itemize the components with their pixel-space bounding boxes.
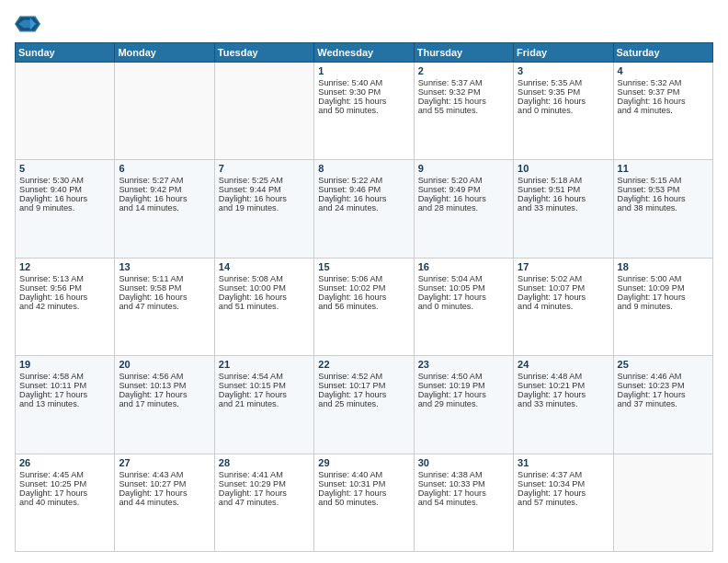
- day-info: Sunrise: 4:37 AM: [518, 470, 609, 479]
- day-info: Sunrise: 4:52 AM: [318, 372, 409, 381]
- calendar-cell: 28Sunrise: 4:41 AMSunset: 10:29 PMDaylig…: [214, 454, 313, 551]
- calendar-cell: 26Sunrise: 4:45 AMSunset: 10:25 PMDaylig…: [16, 454, 115, 551]
- day-info: Daylight: 17 hours: [19, 390, 110, 399]
- day-info: Sunrise: 4:46 AM: [618, 372, 709, 381]
- day-info: and 0 minutes.: [418, 302, 509, 311]
- calendar-table: SundayMondayTuesdayWednesdayThursdayFrid…: [15, 42, 713, 552]
- calendar-header-saturday: Saturday: [613, 43, 712, 63]
- day-info: Daylight: 17 hours: [618, 293, 709, 302]
- day-info: Sunrise: 4:45 AM: [19, 470, 110, 479]
- calendar-cell: [214, 63, 313, 160]
- day-info: and 19 minutes.: [219, 203, 310, 213]
- day-info: and 13 minutes.: [19, 399, 110, 408]
- calendar-cell: 21Sunrise: 4:54 AMSunset: 10:15 PMDaylig…: [214, 356, 313, 454]
- day-number: 22: [318, 359, 409, 370]
- day-info: Sunset: 10:33 PM: [418, 479, 509, 488]
- day-info: Sunrise: 5:27 AM: [119, 176, 210, 185]
- day-info: Daylight: 17 hours: [219, 488, 310, 498]
- day-info: and 28 minutes.: [418, 203, 509, 213]
- calendar-cell: 9Sunrise: 5:20 AMSunset: 9:49 PMDaylight…: [414, 160, 513, 258]
- day-info: Sunrise: 5:08 AM: [219, 274, 310, 283]
- day-info: Sunrise: 4:38 AM: [418, 470, 509, 479]
- day-number: 14: [219, 261, 310, 272]
- day-number: 23: [418, 359, 509, 370]
- day-info: and 0 minutes.: [518, 106, 609, 115]
- day-info: Sunset: 9:58 PM: [119, 283, 210, 293]
- day-number: 9: [418, 163, 509, 174]
- day-info: Daylight: 16 hours: [418, 194, 509, 203]
- day-info: and 37 minutes.: [618, 399, 709, 408]
- day-number: 5: [19, 163, 110, 174]
- day-info: Daylight: 16 hours: [119, 194, 210, 203]
- calendar-cell: 7Sunrise: 5:25 AMSunset: 9:44 PMDaylight…: [214, 160, 313, 258]
- day-info: Sunset: 9:56 PM: [19, 283, 110, 293]
- day-info: Sunrise: 5:40 AM: [318, 78, 409, 87]
- day-info: Sunset: 9:30 PM: [318, 87, 409, 97]
- day-info: and 25 minutes.: [318, 399, 409, 408]
- day-info: Daylight: 17 hours: [418, 488, 509, 498]
- day-info: and 47 minutes.: [219, 498, 310, 507]
- day-info: Sunrise: 5:32 AM: [618, 78, 709, 87]
- day-number: 21: [219, 359, 310, 370]
- logo: [15, 11, 42, 37]
- day-info: Sunset: 10:27 PM: [119, 479, 210, 488]
- day-info: Daylight: 16 hours: [318, 293, 409, 302]
- day-number: 19: [19, 359, 110, 370]
- calendar-cell: 10Sunrise: 5:18 AMSunset: 9:51 PMDayligh…: [514, 160, 613, 258]
- day-number: 30: [418, 457, 509, 468]
- day-info: and 50 minutes.: [318, 106, 409, 115]
- day-info: and 54 minutes.: [418, 498, 509, 507]
- day-info: Sunset: 10:34 PM: [518, 479, 609, 488]
- calendar-cell: 24Sunrise: 4:48 AMSunset: 10:21 PMDaylig…: [514, 356, 613, 454]
- day-info: Sunrise: 5:22 AM: [318, 176, 409, 185]
- day-info: Daylight: 16 hours: [19, 293, 110, 302]
- header: [15, 11, 713, 37]
- day-info: Sunrise: 5:37 AM: [418, 78, 509, 87]
- calendar-cell: 11Sunrise: 5:15 AMSunset: 9:53 PMDayligh…: [613, 160, 712, 258]
- day-number: 6: [119, 163, 210, 174]
- page: SundayMondayTuesdayWednesdayThursdayFrid…: [0, 0, 728, 563]
- calendar-cell: 17Sunrise: 5:02 AMSunset: 10:07 PMDaylig…: [514, 258, 613, 355]
- day-info: Daylight: 17 hours: [518, 293, 609, 302]
- day-info: Sunset: 10:05 PM: [418, 283, 509, 293]
- calendar-week-2: 12Sunrise: 5:13 AMSunset: 9:56 PMDayligh…: [16, 258, 713, 355]
- day-info: Sunset: 9:37 PM: [618, 87, 709, 97]
- day-info: Sunrise: 5:35 AM: [518, 78, 609, 87]
- calendar-header-wednesday: Wednesday: [314, 43, 414, 63]
- day-info: Sunset: 10:13 PM: [119, 381, 210, 390]
- day-info: Daylight: 17 hours: [219, 390, 310, 399]
- day-info: Sunrise: 5:04 AM: [418, 274, 509, 283]
- day-info: Daylight: 15 hours: [318, 97, 409, 106]
- day-info: Sunset: 9:46 PM: [318, 185, 409, 194]
- calendar-cell: 5Sunrise: 5:30 AMSunset: 9:40 PMDaylight…: [16, 160, 115, 258]
- day-info: Sunset: 10:09 PM: [618, 283, 709, 293]
- day-info: Daylight: 15 hours: [418, 97, 509, 106]
- calendar-header-friday: Friday: [514, 43, 613, 63]
- day-info: and 57 minutes.: [518, 498, 609, 507]
- day-number: 4: [618, 65, 709, 76]
- calendar-cell: 31Sunrise: 4:37 AMSunset: 10:34 PMDaylig…: [514, 454, 613, 551]
- calendar-cell: [115, 63, 214, 160]
- calendar-cell: 30Sunrise: 4:38 AMSunset: 10:33 PMDaylig…: [414, 454, 513, 551]
- calendar-cell: 14Sunrise: 5:08 AMSunset: 10:00 PMDaylig…: [214, 258, 313, 355]
- day-info: Daylight: 17 hours: [618, 390, 709, 399]
- day-info: Daylight: 17 hours: [518, 390, 609, 399]
- day-info: Sunset: 9:44 PM: [219, 185, 310, 194]
- calendar-cell: 23Sunrise: 4:50 AMSunset: 10:19 PMDaylig…: [414, 356, 513, 454]
- day-info: and 50 minutes.: [318, 498, 409, 507]
- day-info: Sunset: 10:19 PM: [418, 381, 509, 390]
- calendar-week-1: 5Sunrise: 5:30 AMSunset: 9:40 PMDaylight…: [16, 160, 713, 258]
- day-number: 12: [19, 261, 110, 272]
- day-number: 26: [19, 457, 110, 468]
- day-info: Sunset: 10:21 PM: [518, 381, 609, 390]
- day-info: and 47 minutes.: [119, 302, 210, 311]
- day-number: 25: [618, 359, 709, 370]
- day-info: and 55 minutes.: [418, 106, 509, 115]
- calendar-cell: 1Sunrise: 5:40 AMSunset: 9:30 PMDaylight…: [314, 63, 414, 160]
- day-number: 15: [318, 261, 409, 272]
- logo-icon: [15, 11, 40, 37]
- calendar-cell: [613, 454, 712, 551]
- day-info: Sunrise: 5:25 AM: [219, 176, 310, 185]
- calendar-cell: 16Sunrise: 5:04 AMSunset: 10:05 PMDaylig…: [414, 258, 513, 355]
- calendar-cell: 22Sunrise: 4:52 AMSunset: 10:17 PMDaylig…: [314, 356, 414, 454]
